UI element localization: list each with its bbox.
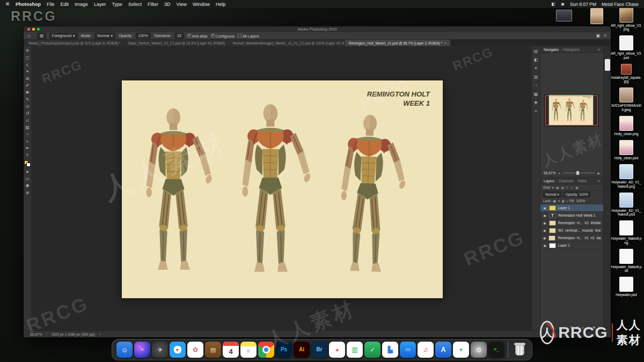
crop-tool[interactable]: ⊞ (24, 76, 31, 82)
navigator-thumbnail[interactable] (545, 95, 598, 126)
lock-transparent-icon[interactable]: ▦ (553, 199, 556, 203)
dock-item-system-preferences[interactable]: ⚙ (471, 342, 487, 358)
dock-item-numbers[interactable]: ▥ (347, 342, 363, 358)
apple-menu-icon[interactable]: ⌘ (5, 2, 10, 6)
zoom-in-icon[interactable] (597, 172, 600, 174)
status-chevron-icon[interactable]: › (99, 333, 100, 336)
layer-row[interactable]: ◉ Layer 1 (540, 242, 603, 249)
filter-type-icon[interactable]: T (566, 186, 568, 189)
desktop-file[interactable]: Holywater_Nakedt.psd (611, 249, 642, 272)
navigator-zoom-field[interactable]: 66.67% (544, 171, 555, 175)
document-tab-3[interactable]: Remolt_WeekWorkImages_Week1_v1_V1_C1.psd… (229, 40, 345, 46)
history-panel-icon[interactable]: ≡ (533, 108, 539, 114)
menu-image[interactable]: Image (75, 2, 88, 7)
fill-value-field[interactable]: 100% (576, 199, 585, 203)
opacity-field[interactable]: 100% (136, 33, 151, 39)
dock-item-launchpad[interactable]: ✈ (152, 342, 168, 358)
eye-icon[interactable]: ◉ (543, 213, 547, 217)
anti-alias-checkbox[interactable]: Anti-alias (187, 34, 208, 38)
dock-item-finder[interactable]: ☺ (116, 342, 133, 358)
blend-mode-select[interactable]: Normal ▾ (543, 191, 561, 198)
workspace-icon[interactable]: ▣ (596, 33, 601, 38)
lock-position-icon[interactable]: ✛ (558, 199, 560, 203)
artboard-canvas[interactable]: REMINGTON HOLT WEEK 1 (122, 80, 443, 298)
zoom-window-button[interactable] (37, 28, 40, 31)
eye-icon[interactable]: ◉ (543, 243, 547, 247)
lasso-tool[interactable]: ς (24, 62, 31, 68)
lock-all-icon[interactable]: ▪ (567, 200, 568, 203)
menu-edit[interactable]: Edit (61, 2, 69, 7)
desktop-file[interactable]: Holywater_AD_V1_Nakedt.psd (611, 193, 642, 216)
pen-tool[interactable]: ✒ (24, 145, 31, 151)
zoom-level-field[interactable]: 66.67% (30, 333, 42, 336)
zoom-tool[interactable]: ⊕ (24, 190, 31, 196)
menu-filter[interactable]: Filter (148, 2, 158, 7)
dock-item-terminal[interactable]: >_ (488, 342, 504, 358)
mode-select[interactable]: Normal ▾ (94, 33, 115, 39)
menu-help[interactable]: Help (216, 2, 226, 7)
menu-status-icon-1[interactable]: ◧ (551, 2, 555, 6)
close-tab-icon[interactable]: × (444, 41, 447, 45)
zoom-out-icon[interactable] (558, 172, 560, 174)
desktop-file[interactable]: 3xf21wFDXM4AnsEb.jpeg (611, 87, 642, 111)
brush-tool[interactable]: ✎ (24, 97, 31, 102)
dodge-tool[interactable]: ◐ (24, 138, 31, 144)
eye-icon[interactable]: ◉ (543, 206, 547, 210)
type-tool[interactable]: T (24, 152, 31, 158)
hand-tool[interactable]: ✱ (24, 183, 31, 189)
dock-item-photos[interactable]: ✿ (187, 342, 203, 358)
menu-type[interactable]: Type (112, 2, 123, 7)
menu-view[interactable]: View (177, 2, 187, 7)
menu-file[interactable]: File (47, 2, 55, 7)
filter-smart-icon[interactable]: ▦ (575, 186, 579, 189)
dock-item-bar-chart[interactable]: ▙ (382, 342, 398, 358)
desktop-file[interactable]: Holywater_AD_V1_Nakedt.png (611, 164, 642, 188)
eyedropper-tool[interactable]: ✐ (24, 83, 31, 88)
lock-pixels-icon[interactable]: ◧ (562, 199, 565, 203)
libraries-panel-icon[interactable]: ✦ (533, 65, 539, 71)
tolerance-field[interactable]: 32 (174, 33, 184, 39)
dock-item-bridge[interactable]: Br (311, 342, 327, 358)
desktop-file[interactable]: Holly_clean.psd (611, 140, 642, 160)
dock-item-illustrator[interactable]: Ai (294, 342, 310, 358)
history-brush-tool[interactable]: ↺ (24, 110, 31, 116)
magic-wand-tool[interactable]: ✶ (24, 69, 31, 75)
menu-photoshop[interactable]: Photoshop (16, 2, 41, 7)
menu-select[interactable]: Select (128, 2, 142, 7)
menu-window[interactable]: Window (193, 2, 210, 7)
dock-item-maps[interactable]: ➤ (453, 342, 469, 358)
tab-histogram[interactable]: Histogram (563, 48, 579, 51)
menu-3d[interactable]: 3D (164, 2, 171, 7)
layer-row[interactable]: ◉ Layer 1 (540, 204, 603, 212)
patterns-panel-icon[interactable]: ▦ (533, 91, 539, 97)
canvas-area[interactable]: REMINGTON HOLT WEEK 1 (32, 46, 531, 330)
contiguous-checkbox[interactable]: Contiguous (211, 34, 235, 38)
layer-thumbnail[interactable] (549, 243, 556, 248)
dock-item-safari[interactable]: ➤ (170, 342, 186, 358)
desktop-file[interactable]: AR_right_elbow_V3.psd (611, 35, 642, 59)
dock-item-chrome[interactable] (258, 342, 274, 358)
tool-preset-icon[interactable]: ▨ (37, 33, 46, 39)
gradient-tool[interactable]: ▨ (24, 124, 31, 130)
document-tab-1[interactable]: Week2_PhotoshopDemo(en).psd @ 11% (Layer… (25, 40, 124, 46)
desktop-file[interactable]: Holly_clean.png (611, 116, 642, 136)
dock-item-music[interactable]: ♫ (418, 342, 434, 358)
tab-navigator[interactable]: Navigator (544, 48, 559, 51)
filter-adjustment-icon[interactable]: ◉ (561, 186, 564, 189)
layer-row[interactable]: ◉ W1_remingt..._muscle_lines (540, 227, 603, 234)
text-layer-thumbnail[interactable]: T (549, 213, 556, 218)
filter-shape-icon[interactable]: ▭ (570, 186, 574, 189)
shape-tool[interactable]: ▭ (24, 176, 31, 182)
dock-item-contacts[interactable]: ▤ (205, 342, 221, 358)
info-panel-icon[interactable]: ✚ (533, 100, 539, 106)
layer-row[interactable]: ◉ T Remington Holt Week 1 (540, 212, 603, 219)
dock-item-siri[interactable]: ≈ (134, 342, 150, 358)
navigator-zoom-slider[interactable] (563, 173, 595, 173)
clone-stamp-tool[interactable]: ⊙ (24, 104, 31, 109)
layer-row[interactable]: ◉ Remington_H..._V1_n1_base (540, 234, 603, 242)
desktop-thumbnail-1[interactable] (556, 10, 572, 21)
slider-handle[interactable] (576, 171, 579, 175)
layer-thumbnail[interactable] (548, 235, 555, 241)
marquee-tool[interactable]: ◻ (24, 55, 31, 61)
move-tool[interactable]: ✛ (24, 48, 31, 54)
